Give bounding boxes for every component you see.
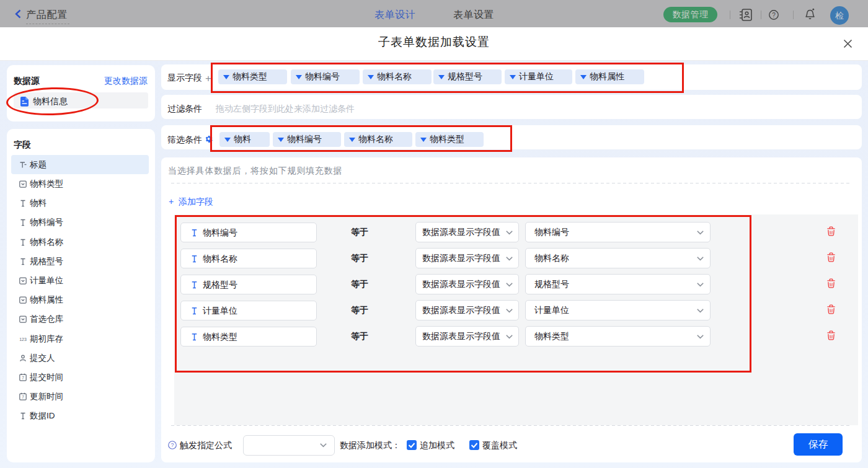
svg-text:?: ? [772,12,776,19]
svg-text:7: 7 [22,395,24,399]
svg-text:123: 123 [19,337,27,341]
svg-text:?: ? [171,442,174,448]
svg-text:7: 7 [22,376,24,380]
